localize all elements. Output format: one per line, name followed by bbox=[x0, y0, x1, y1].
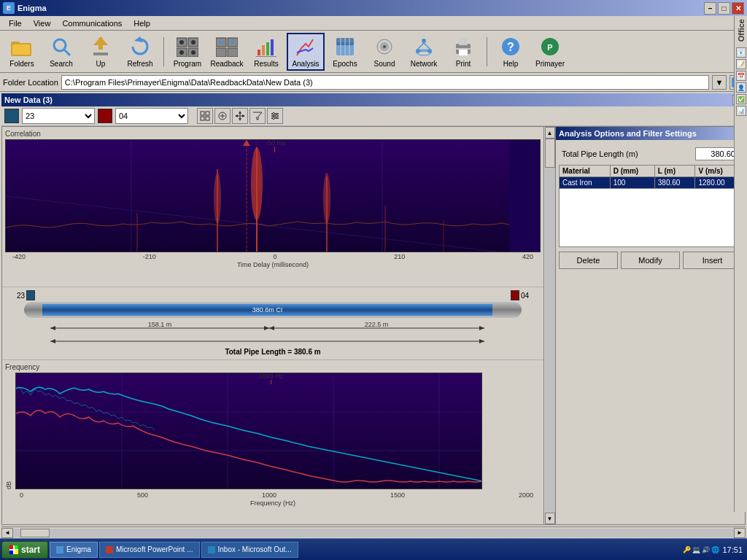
analysis-options-panel: Analysis Options and Filter Settings ✕ T… bbox=[555, 127, 745, 524]
svg-marker-63 bbox=[239, 111, 241, 114]
menu-view[interactable]: View bbox=[28, 18, 57, 29]
insert-button[interactable]: Insert bbox=[683, 252, 742, 269]
frequency-x-axis: 0500100015002000 bbox=[5, 491, 541, 499]
office-icon-2[interactable]: 📝 bbox=[736, 59, 746, 69]
sensor1-select[interactable]: 23 bbox=[22, 108, 95, 124]
search-button[interactable]: Search bbox=[42, 33, 80, 71]
start-button[interactable]: start bbox=[1, 541, 48, 559]
analysis-panel-title: Analysis Options and Filter Settings ✕ bbox=[556, 127, 745, 140]
left-panel: Correlation -50 ms bbox=[2, 127, 543, 524]
svg-marker-6 bbox=[93, 36, 108, 45]
taskbar-powerpoint[interactable]: Microsoft PowerPoint ... bbox=[99, 542, 200, 558]
close-button[interactable]: ✕ bbox=[732, 2, 744, 15]
office-icon-5[interactable]: ✅ bbox=[736, 94, 746, 104]
table-row[interactable]: Cast Iron 100 380.60 1280.00 bbox=[560, 177, 742, 189]
refresh-label: Refresh bbox=[127, 60, 152, 68]
taskbar-outlook[interactable]: Inbox - Microsoft Out... bbox=[201, 542, 298, 558]
address-bar: Folder Location ▼ bbox=[0, 73, 747, 92]
analysis-label: Analysis bbox=[292, 60, 319, 68]
office-icon-1[interactable]: 📧 bbox=[736, 47, 746, 58]
readback-button[interactable]: Readback bbox=[208, 33, 246, 71]
svg-rect-57 bbox=[206, 117, 209, 120]
vertical-scrollbar[interactable]: ▲ ▼ bbox=[543, 127, 555, 524]
folders-button[interactable]: Folders bbox=[3, 33, 41, 71]
sound-button[interactable]: Sound bbox=[365, 33, 403, 71]
pipe-length-input[interactable] bbox=[695, 147, 739, 160]
filter-button[interactable] bbox=[249, 108, 266, 124]
svg-point-79 bbox=[251, 147, 263, 220]
title-bar: E Enigma – □ ✕ bbox=[0, 0, 747, 16]
network-label: Network bbox=[411, 60, 438, 68]
svg-point-70 bbox=[273, 113, 275, 115]
frequency-label: Frequency bbox=[5, 363, 541, 371]
taskbar-powerpoint-label: Microsoft PowerPoint ... bbox=[116, 545, 193, 553]
mini-toolbar bbox=[197, 108, 283, 124]
toolbar: Folders Search Up Refresh bbox=[0, 31, 747, 73]
svg-point-35 bbox=[383, 45, 386, 48]
modify-button[interactable]: Modify bbox=[621, 252, 680, 269]
frequency-x-label: Frequency (Hz) bbox=[5, 499, 541, 507]
zoom-fit-button[interactable] bbox=[197, 108, 213, 124]
svg-marker-98 bbox=[50, 339, 55, 343]
svg-text:222.5 m: 222.5 m bbox=[365, 321, 389, 328]
print-button[interactable]: Print bbox=[444, 33, 482, 71]
up-button[interactable]: Up bbox=[82, 33, 120, 71]
scroll-thumb[interactable] bbox=[545, 139, 555, 168]
svg-rect-112 bbox=[56, 546, 63, 553]
analysis-button[interactable]: Analysis bbox=[287, 33, 325, 71]
print-icon bbox=[452, 35, 475, 58]
total-pipe-length: Total Pipe Length = 380.6 m bbox=[17, 348, 529, 356]
taskbar-enigma[interactable]: Enigma bbox=[50, 542, 98, 558]
sound-icon bbox=[373, 35, 396, 58]
controls-row: 23 04 bbox=[1, 106, 746, 126]
scroll-down[interactable]: ▼ bbox=[545, 513, 555, 524]
col-material: Material bbox=[560, 166, 611, 177]
system-tray: 🔑 💻 🔊 🌐 bbox=[683, 546, 719, 553]
network-button[interactable]: Network bbox=[405, 33, 443, 71]
tray-icon-2: 💻 bbox=[692, 546, 700, 553]
sensor2-select[interactable]: 04 bbox=[115, 108, 188, 124]
program-button[interactable]: Program bbox=[169, 33, 206, 71]
svg-rect-2 bbox=[12, 44, 30, 55]
svg-rect-45 bbox=[459, 50, 468, 55]
menu-communications[interactable]: Communications bbox=[56, 18, 128, 29]
help-button[interactable]: ? Help bbox=[492, 33, 530, 71]
svg-rect-55 bbox=[206, 112, 209, 115]
scroll-left[interactable]: ◄ bbox=[1, 528, 13, 538]
svg-marker-99 bbox=[479, 339, 484, 343]
office-icon-3[interactable]: 📅 bbox=[736, 71, 746, 81]
menu-help[interactable]: Help bbox=[128, 18, 156, 29]
address-dropdown[interactable]: ▼ bbox=[712, 75, 727, 90]
svg-rect-7 bbox=[93, 52, 108, 55]
sensor23-box bbox=[26, 290, 35, 300]
office-icon-4[interactable]: 👤 bbox=[736, 82, 746, 93]
h-scroll-thumb[interactable] bbox=[20, 529, 50, 537]
svg-rect-113 bbox=[106, 546, 113, 553]
minimize-button[interactable]: – bbox=[704, 2, 716, 15]
results-button[interactable]: Results bbox=[247, 33, 285, 71]
svg-marker-90 bbox=[50, 326, 55, 330]
maximize-button[interactable]: □ bbox=[718, 2, 730, 15]
settings-button[interactable] bbox=[267, 108, 283, 124]
svg-text:P: P bbox=[547, 43, 552, 52]
svg-rect-23 bbox=[258, 50, 260, 55]
refresh-button[interactable]: Refresh bbox=[121, 33, 159, 71]
office-icon-6[interactable]: 📊 bbox=[736, 106, 746, 116]
menu-file[interactable]: File bbox=[3, 18, 28, 29]
primayer-button[interactable]: P Primayer bbox=[531, 33, 569, 71]
scroll-up[interactable]: ▲ bbox=[545, 127, 555, 139]
epochs-button[interactable]: Epochs bbox=[326, 33, 364, 71]
zoom-in-button[interactable] bbox=[214, 108, 231, 124]
sensor04-box bbox=[511, 290, 519, 300]
delete-button[interactable]: Delete bbox=[559, 252, 618, 269]
address-label: Folder Location bbox=[3, 78, 58, 87]
refresh-icon bbox=[128, 35, 152, 58]
toolbar-separator-2 bbox=[487, 37, 487, 66]
scroll-right[interactable]: ► bbox=[734, 528, 746, 538]
svg-text:?: ? bbox=[507, 41, 514, 53]
window-controls: – □ ✕ bbox=[704, 2, 744, 15]
frequency-chart bbox=[15, 373, 482, 489]
pan-button[interactable] bbox=[232, 108, 248, 124]
address-input[interactable] bbox=[61, 75, 709, 90]
svg-point-13 bbox=[179, 40, 184, 44]
